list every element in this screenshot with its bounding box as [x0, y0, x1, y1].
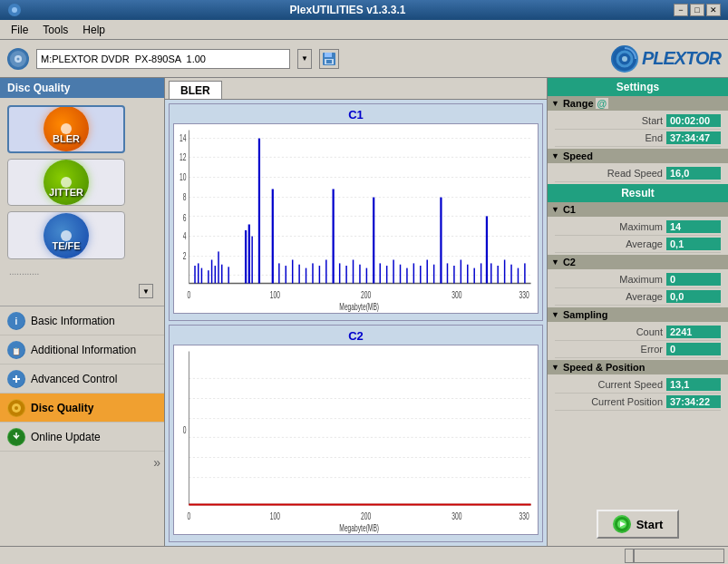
svg-rect-59: [272, 190, 274, 284]
svg-rect-66: [319, 266, 320, 284]
device-select[interactable]: [36, 49, 290, 69]
c1-maximum-value: 14: [666, 220, 721, 233]
svg-rect-94: [504, 260, 505, 284]
svg-point-21: [15, 406, 18, 410]
c1-collapse-icon: ▼: [551, 205, 559, 214]
plextor-logo: PLEXTOR: [611, 45, 721, 73]
disc-button-bler[interactable]: BLER: [7, 105, 125, 153]
svg-rect-62: [292, 260, 293, 284]
sidebar-item-additional-information[interactable]: 📋 Additional Information: [0, 335, 164, 365]
device-dropdown-button[interactable]: ▼: [297, 49, 312, 69]
svg-rect-51: [215, 266, 216, 284]
c1-chart-inner: 14 12 10 8 6 4 2 0 100 200 300 330: [173, 123, 539, 314]
advanced-control-icon: [7, 370, 25, 388]
menu-file[interactable]: File: [4, 22, 35, 38]
c1-section-header[interactable]: ▼ C1: [548, 202, 728, 217]
save-button[interactable]: [319, 49, 339, 69]
svg-rect-88: [467, 265, 468, 284]
svg-rect-55: [245, 230, 247, 284]
svg-rect-47: [198, 263, 199, 283]
toolbar: ▼ PLEXTOR: [0, 40, 728, 78]
sidebar-header: Disc Quality: [0, 78, 164, 98]
svg-text:Megabyte(MB): Megabyte(MB): [339, 521, 379, 534]
svg-rect-96: [518, 268, 519, 284]
svg-text:14: 14: [180, 131, 187, 144]
current-position-label: Current Position: [555, 396, 666, 407]
svg-rect-69: [339, 263, 340, 283]
c1-chart-container: C1 14 12 10 8 6 4 2 0: [169, 103, 543, 321]
sidebar-item-disc-quality[interactable]: Disc Quality: [0, 394, 164, 423]
svg-rect-77: [393, 260, 393, 284]
sampling-count-value: 2241: [666, 326, 721, 338]
svg-text:330: 330: [519, 510, 529, 522]
svg-rect-56: [248, 225, 250, 284]
sampling-section-header[interactable]: ▼ Sampling: [548, 307, 728, 322]
c1-section-content: Maximum 14 Average 0,1: [548, 217, 728, 255]
result-header: Result: [548, 184, 728, 202]
svg-rect-90: [480, 263, 481, 283]
settings-header: Settings: [548, 78, 728, 96]
sidebar-item-advanced-control[interactable]: Advanced Control: [0, 365, 164, 394]
c2-section-header[interactable]: ▼ C2: [548, 255, 728, 269]
speed-position-section-content: Current Speed 13,1 Current Position 37:3…: [548, 374, 728, 413]
svg-rect-63: [298, 265, 299, 284]
range-label: Range: [563, 98, 594, 109]
range-start-label: Start: [555, 115, 666, 126]
svg-rect-65: [312, 263, 313, 283]
range-start-value: 00:02:00: [666, 114, 721, 127]
tab-bler[interactable]: BLER: [169, 81, 222, 99]
svg-rect-99: [174, 345, 538, 534]
window-title: PlexUTILITIES v1.3.3.1: [22, 4, 674, 16]
svg-text:200: 200: [361, 510, 371, 522]
svg-text:330: 330: [519, 288, 529, 301]
svg-text:Megabyte(MB): Megabyte(MB): [339, 300, 379, 313]
svg-rect-6: [325, 53, 332, 57]
speed-section-header[interactable]: ▼ Speed: [548, 149, 728, 163]
disc-quality-icon: [7, 399, 25, 417]
main-content: Disc Quality BLER JITTER T: [0, 78, 728, 546]
c2-chart-container: C2 0 0 100 200 300 330: [169, 325, 543, 542]
current-position-value: 37:34:22: [666, 395, 721, 408]
speed-position-label: Speed & Position: [563, 362, 645, 373]
app-icon: [7, 3, 22, 17]
speed-position-section-header[interactable]: ▼ Speed & Position: [548, 360, 728, 374]
svg-rect-81: [420, 266, 421, 284]
svg-text:2: 2: [183, 249, 187, 262]
svg-rect-68: [333, 190, 335, 284]
range-section-header[interactable]: ▼ Range @: [548, 96, 728, 111]
speed-position-collapse-icon: ▼: [551, 363, 559, 372]
expand-button[interactable]: »: [153, 455, 160, 470]
svg-rect-92: [490, 263, 491, 283]
svg-rect-58: [258, 139, 260, 284]
start-button[interactable]: Start: [597, 510, 680, 539]
sidebar-item-basic-information[interactable]: i Basic Information: [0, 306, 164, 335]
maximize-button[interactable]: □: [690, 4, 704, 16]
svg-text:12: 12: [180, 151, 186, 163]
range-start-row: Start 00:02:00: [555, 112, 721, 130]
svg-rect-75: [379, 263, 380, 283]
c2-average-row: Average 0,0: [555, 288, 721, 306]
menu-help[interactable]: Help: [75, 22, 112, 38]
range-end-value: 37:34:47: [666, 131, 721, 144]
minimize-button[interactable]: −: [674, 4, 688, 16]
more-items-dots: ............: [7, 265, 41, 278]
svg-rect-84: [440, 198, 442, 284]
status-bar: [0, 546, 728, 564]
svg-rect-76: [386, 266, 387, 284]
disc-jitter-icon: JITTER: [44, 160, 89, 205]
close-button[interactable]: ✕: [706, 4, 721, 16]
charts-panel: C1 14 12 10 8 6 4 2 0: [165, 100, 547, 546]
svg-rect-70: [345, 266, 346, 284]
svg-rect-80: [413, 263, 414, 283]
scroll-down-button[interactable]: ▼: [139, 284, 153, 298]
start-button-label: Start: [636, 518, 664, 531]
svg-text:200: 200: [361, 288, 371, 301]
svg-rect-61: [286, 266, 286, 284]
sidebar-item-online-update[interactable]: Online Update: [0, 423, 164, 452]
svg-rect-73: [366, 268, 367, 284]
range-section-content: Start 00:02:00 End 37:34:47: [548, 111, 728, 149]
disc-button-jitter[interactable]: JITTER: [7, 159, 125, 207]
svg-rect-50: [211, 260, 212, 284]
menu-tools[interactable]: Tools: [35, 22, 75, 38]
disc-button-tefe[interactable]: TE/FE: [7, 211, 125, 259]
